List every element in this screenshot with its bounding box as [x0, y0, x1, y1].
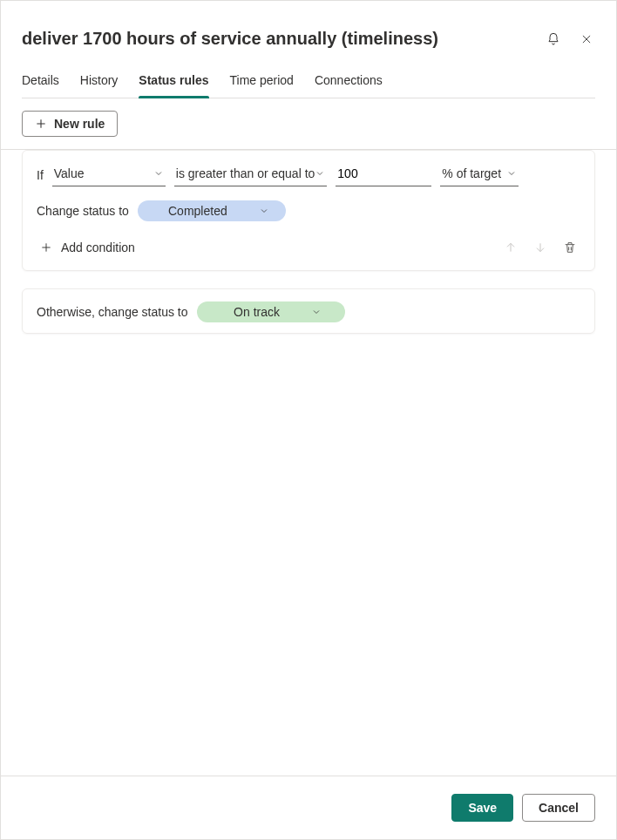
- otherwise-card: Otherwise, change status to On track: [22, 288, 595, 334]
- tab-connections[interactable]: Connections: [315, 64, 383, 98]
- new-rule-label: New rule: [54, 117, 105, 131]
- operator-select[interactable]: is greater than or equal to: [174, 163, 328, 186]
- value-input[interactable]: [336, 163, 431, 186]
- chevron-down-icon: [315, 168, 325, 179]
- move-up-icon[interactable]: [504, 240, 518, 254]
- tab-history[interactable]: History: [80, 64, 119, 98]
- status-value: On track: [234, 305, 280, 319]
- delete-icon[interactable]: [563, 240, 577, 254]
- add-condition-label: Add condition: [61, 240, 135, 254]
- save-button[interactable]: Save: [451, 794, 513, 822]
- change-status-label: Change status to: [37, 204, 129, 218]
- tab-details[interactable]: Details: [22, 64, 59, 98]
- unit-select-value: % of target: [442, 166, 501, 180]
- chevron-down-icon: [506, 168, 517, 179]
- chevron-down-icon: [153, 168, 164, 179]
- status-select-ontrack[interactable]: On track: [197, 301, 345, 322]
- plus-icon: [40, 241, 52, 254]
- status-select-completed[interactable]: Completed: [138, 200, 286, 221]
- move-down-icon[interactable]: [533, 240, 547, 254]
- add-condition-button[interactable]: Add condition: [37, 235, 139, 260]
- chevron-down-icon: [311, 307, 322, 317]
- field-select-value: Value: [54, 166, 85, 180]
- field-select[interactable]: Value: [52, 163, 166, 186]
- unit-select[interactable]: % of target: [440, 163, 519, 186]
- tab-bar: Details History Status rules Time period…: [22, 64, 595, 98]
- bell-icon[interactable]: [545, 30, 562, 48]
- if-label: If: [37, 168, 44, 182]
- plus-icon: [35, 118, 47, 130]
- page-title: deliver 1700 hours of service annually (…: [22, 29, 438, 49]
- close-icon[interactable]: [578, 30, 595, 48]
- rule-card: If Value is greater than or equal to % o…: [22, 150, 595, 271]
- chevron-down-icon: [259, 206, 269, 216]
- cancel-button[interactable]: Cancel: [522, 794, 595, 822]
- tab-time-period[interactable]: Time period: [230, 64, 294, 98]
- operator-select-value: is greater than or equal to: [176, 166, 315, 180]
- tab-status-rules[interactable]: Status rules: [139, 64, 208, 98]
- otherwise-label: Otherwise, change status to: [37, 305, 188, 319]
- new-rule-button[interactable]: New rule: [22, 111, 118, 137]
- status-value: Completed: [168, 204, 227, 218]
